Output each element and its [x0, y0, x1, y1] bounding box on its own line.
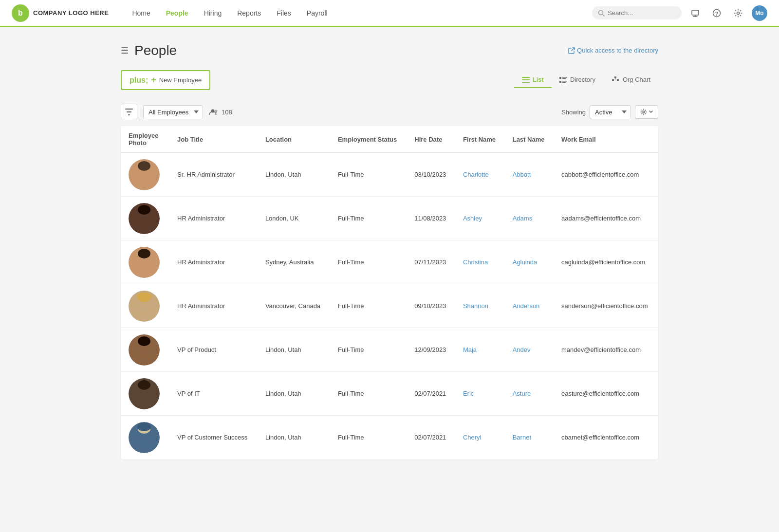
logo-icon: b — [12, 4, 29, 22]
employee-work-email: aadams@efficientoffice.com — [554, 197, 658, 240]
employee-last-name-cell: Agluinda — [505, 240, 554, 284]
employee-first-name-cell: Christina — [455, 240, 505, 284]
employee-first-name-link[interactable]: Maja — [463, 346, 477, 353]
svg-rect-13 — [562, 78, 566, 79]
employee-photo — [129, 247, 160, 278]
chevron-down-icon — [649, 110, 653, 113]
svg-rect-11 — [559, 77, 561, 79]
search-icon — [598, 10, 605, 17]
external-link-icon — [568, 47, 575, 54]
employee-last-name-cell: Adams — [505, 197, 554, 240]
employee-last-name-cell: Abbott — [505, 153, 554, 197]
employee-first-name-link[interactable]: Eric — [463, 390, 474, 397]
settings-nav-icon[interactable] — [730, 5, 746, 21]
employee-first-name-link[interactable]: Ashley — [463, 215, 482, 222]
employee-last-name-link[interactable]: Barnet — [513, 434, 531, 441]
employee-filter-wrapper: All Employees My Team Department — [143, 105, 203, 119]
svg-point-32 — [138, 161, 150, 171]
tab-list[interactable]: List — [514, 72, 552, 88]
svg-text:?: ? — [715, 10, 719, 16]
nav-files[interactable]: Files — [269, 0, 299, 27]
search-box[interactable] — [592, 6, 682, 19]
svg-rect-25 — [128, 114, 130, 115]
employee-first-name-link[interactable]: Shannon — [463, 302, 488, 310]
logo[interactable]: b COMPANY LOGO HERE — [12, 4, 109, 22]
employee-job-title: HR Administrator — [169, 197, 258, 240]
svg-rect-9 — [522, 79, 530, 80]
help-icon[interactable]: ? — [709, 5, 724, 21]
nav-reports[interactable]: Reports — [229, 0, 269, 27]
menu-icon[interactable]: ☰ — [121, 45, 129, 56]
employee-photo — [129, 159, 160, 190]
svg-point-45 — [137, 293, 151, 300]
column-settings-button[interactable] — [635, 105, 658, 119]
list-icon — [522, 77, 530, 83]
employee-first-name-link[interactable]: Cheryl — [463, 434, 482, 441]
employee-photo — [129, 203, 160, 234]
employee-job-title: VP of IT — [169, 372, 258, 416]
user-avatar[interactable]: Mo — [752, 5, 767, 21]
col-first-name: First Name — [455, 126, 505, 153]
employee-last-name-link[interactable]: Abbott — [513, 171, 531, 178]
employee-count: 108 — [209, 109, 232, 116]
employee-table: Employee Photo Job Title Location Employ… — [121, 126, 658, 459]
table-row: VP of ProductLindon, UtahFull-Time12/09/… — [121, 328, 658, 372]
tab-org-chart[interactable]: Org Chart — [603, 72, 658, 88]
employee-job-title: HR Administrator — [169, 240, 258, 284]
employee-location: Lindon, Utah — [258, 416, 330, 459]
employee-photo-cell — [121, 197, 169, 240]
quick-access-link[interactable]: Quick access to the directory — [568, 43, 658, 54]
employee-work-email: cabbott@efficientoffice.com — [554, 153, 658, 197]
svg-rect-17 — [614, 76, 616, 78]
nav-right: ? Mo — [592, 5, 767, 21]
main-content: ☰ People Quick access to the directory p… — [97, 27, 682, 475]
employee-photo-cell — [121, 153, 169, 197]
svg-point-58 — [137, 422, 151, 431]
directory-icon — [559, 76, 567, 83]
table-row: VP of Customer SuccessLindon, UtahFull-T… — [121, 416, 658, 459]
svg-point-28 — [643, 111, 645, 113]
employee-first-name-cell: Shannon — [455, 284, 505, 328]
employee-photo-cell — [121, 284, 169, 328]
svg-line-22 — [615, 79, 618, 79]
employee-filter-select[interactable]: All Employees My Team Department — [143, 105, 203, 119]
svg-rect-15 — [562, 81, 567, 82]
status-filter-select[interactable]: Active Inactive All — [590, 105, 631, 119]
employee-hire-date: 11/08/2023 — [407, 197, 455, 240]
table-row: HR AdministratorVancouver, CanadaFull-Ti… — [121, 284, 658, 328]
employee-last-name-link[interactable]: Andev — [513, 346, 531, 353]
employee-work-email: sanderson@efficientoffice.com — [554, 284, 658, 328]
employee-last-name-link[interactable]: Adams — [513, 215, 532, 222]
tab-directory[interactable]: Directory — [552, 72, 603, 88]
employee-last-name-link[interactable]: Agluinda — [513, 258, 538, 266]
employee-first-name-link[interactable]: Christina — [463, 258, 488, 266]
new-employee-label: New Employee — [159, 76, 202, 84]
employee-location: Vancouver, Canada — [258, 284, 330, 328]
search-input[interactable] — [608, 9, 676, 17]
toolbar-left: plus; + New Employee — [121, 70, 210, 90]
employee-first-name-link[interactable]: Charlotte — [463, 171, 489, 178]
nav-payroll[interactable]: Payroll — [299, 0, 335, 27]
filter-right: Showing Active Inactive All — [561, 105, 658, 119]
svg-rect-19 — [617, 79, 619, 81]
employee-job-title: HR Administrator — [169, 284, 258, 328]
employee-hire-date: 09/10/2023 — [407, 284, 455, 328]
new-employee-button[interactable]: plus; + New Employee — [121, 70, 210, 90]
filter-button[interactable] — [121, 104, 137, 120]
tab-list-label: List — [533, 76, 544, 83]
employee-location: Sydney, Australia — [258, 240, 330, 284]
col-photo: Employee Photo — [121, 126, 169, 153]
employee-last-name-link[interactable]: Asture — [513, 390, 531, 397]
filter-left: All Employees My Team Department 108 — [121, 104, 232, 120]
nav-home[interactable]: Home — [124, 0, 158, 27]
svg-rect-10 — [522, 82, 530, 83]
notifications-icon[interactable] — [687, 5, 703, 21]
plus-icon: plus; — [130, 76, 148, 85]
nav-people[interactable]: People — [158, 0, 196, 27]
employee-last-name-cell: Andev — [505, 328, 554, 372]
org-chart-icon — [611, 76, 620, 83]
employee-last-name-link[interactable]: Anderson — [513, 302, 540, 310]
employee-location: Lindon, Utah — [258, 153, 330, 197]
nav-hiring[interactable]: Hiring — [196, 0, 230, 27]
table-row: HR AdministratorSydney, AustraliaFull-Ti… — [121, 240, 658, 284]
